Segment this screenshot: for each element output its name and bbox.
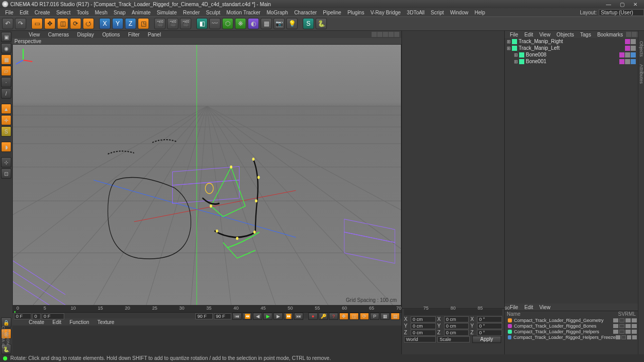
object-row[interactable]: ⊞Bone008 [505,51,638,58]
frame-step[interactable]: 0 [32,313,41,319]
perspective-viewport[interactable]: Grid Spacing : 100 cm [12,44,401,306]
vpmenu-options[interactable]: Options [98,32,124,37]
python-button[interactable]: 🐍 [316,18,327,29]
coord-system[interactable]: ◳ [138,18,149,29]
objmenu-edit[interactable]: Edit [521,32,536,37]
menu-file[interactable]: File [2,10,16,15]
coord-rot[interactable]: 0 ° [477,323,502,329]
add-generator2[interactable]: ❋ [235,18,246,29]
menu-plugins[interactable]: Plugins [344,10,367,15]
add-generator[interactable]: ⬡ [222,18,233,29]
matmenu-texture[interactable]: Texture [94,319,119,325]
menu-pipeline[interactable]: Pipeline [320,10,344,15]
vpmenu-cameras[interactable]: Cameras [44,32,73,37]
next-key-button[interactable]: ⏩ [284,313,293,320]
vp-icon-4[interactable] [389,32,394,37]
render-region[interactable]: 🎬 [167,18,178,29]
pos-key[interactable]: ✥ [339,313,348,320]
expand-icon[interactable]: ⊞ [514,59,519,64]
layout-select[interactable]: Startup (User) [599,9,644,16]
layer-toggle[interactable] [627,335,632,339]
add-spline[interactable]: 〰 [209,18,220,29]
layer-toggle[interactable] [621,335,626,339]
point-mode[interactable]: · [1,77,11,87]
frame-end-a[interactable]: 90 F [195,313,213,319]
layer-toggle[interactable] [619,330,624,334]
layer-toggle[interactable] [632,330,637,334]
scale-tool[interactable]: ◫ [57,18,68,29]
tweak-mode[interactable]: ⊹ [1,157,11,167]
layers-panel[interactable]: Name SVRML Compact_Track_Loader_Rigged_G… [505,311,638,354]
matmenu-edit[interactable]: Edit [48,319,65,325]
menu-animate[interactable]: Animate [128,10,154,15]
scale-key[interactable]: ◫ [349,313,359,320]
coord-size[interactable]: 0 cm [444,316,469,322]
coord-size[interactable]: 0 cm [444,330,469,336]
vp-icon-3[interactable] [383,32,388,37]
record-button[interactable]: ● [308,313,318,320]
vpmenu-panel[interactable]: Panel [144,32,165,37]
objmenu-objects[interactable]: Objects [554,32,577,37]
undo-button[interactable]: ↶ [2,18,13,29]
layer-toggle[interactable] [625,330,631,334]
render-view[interactable]: 🎬 [154,18,165,29]
tag-icon[interactable] [631,59,636,64]
tag-icon[interactable] [631,52,636,58]
menu-select[interactable]: Select [53,10,73,15]
rotate-tool[interactable]: ⟳ [70,18,81,29]
frame-end-b[interactable]: 90 F [214,313,231,319]
menu-mesh[interactable]: Mesh [92,10,111,15]
vp-icon-2[interactable] [377,32,382,37]
select-tool[interactable]: ▭ [31,18,43,29]
layer-toggle[interactable] [613,318,618,322]
menu-create[interactable]: Create [31,10,53,15]
add-camera[interactable]: 📷 [273,18,285,29]
takemenu-view[interactable]: View [536,304,554,310]
frame-current[interactable]: 0 F [42,313,64,319]
vp-icon-5[interactable] [394,32,399,37]
matmenu-create[interactable]: Create [25,319,48,325]
menu-snap[interactable]: Snap [111,10,128,15]
playhead-icon[interactable] [14,311,15,313]
menu-tools[interactable]: Tools [73,10,91,15]
menu-3dtoall[interactable]: 3DToAll [404,10,428,15]
soft-select[interactable]: ◗ [1,142,11,152]
tag-icon[interactable] [631,39,636,44]
prev-key-button[interactable]: ⏪ [243,313,252,320]
texture-mode[interactable]: ▦ [1,54,11,65]
minimize-button[interactable]: — [602,1,615,8]
layer-toggle[interactable] [632,324,637,328]
goto-end-button[interactable]: ⏭ [294,313,303,320]
vp-icon-1[interactable] [372,32,377,37]
move-tool[interactable]: ✥ [44,18,56,29]
vpmenu-display[interactable]: Display [73,32,98,37]
rot-key[interactable]: ⟳ [360,313,369,320]
keyframe-options[interactable]: ? [329,313,338,320]
layer-toggle[interactable] [619,318,624,322]
render-settings[interactable]: 🎬 [180,18,191,29]
expand-icon[interactable]: ⊞ [507,46,512,51]
coord-pos[interactable]: 0 cm [411,316,436,322]
vpmenu-filter[interactable]: Filter [124,32,143,37]
tag-icon[interactable] [619,52,624,58]
tag-icon[interactable] [625,52,630,58]
layer-toggle[interactable] [632,335,637,339]
workplane-mode[interactable]: ▱ [1,66,11,76]
layer-toggle[interactable] [613,330,618,334]
expand-icon[interactable]: ⊞ [507,39,512,44]
coord-rot[interactable]: 0 ° [477,330,502,336]
objmenu-bookmarks[interactable]: Bookmarks [594,32,626,37]
objmenu-tags[interactable]: Tags [577,32,594,37]
snap-toggle[interactable]: S [1,126,11,137]
tag-icon[interactable] [619,59,624,64]
coord-pos[interactable]: 0 cm [411,323,436,329]
tag-icon[interactable] [625,46,630,51]
coord-size[interactable]: 0 cm [444,323,469,329]
layer-row[interactable]: Compact_Track_Loader_Rigged_Bones [505,323,638,329]
obj-icon-1[interactable] [626,32,631,37]
coord-rot[interactable]: 0 ° [477,316,502,322]
pla-key[interactable]: ▦ [380,313,390,320]
polygon-mode[interactable]: ▲ [1,104,11,114]
menu-motion-tracker[interactable]: Motion Tracker [224,10,264,15]
vpmenu-view[interactable]: View [25,32,44,37]
